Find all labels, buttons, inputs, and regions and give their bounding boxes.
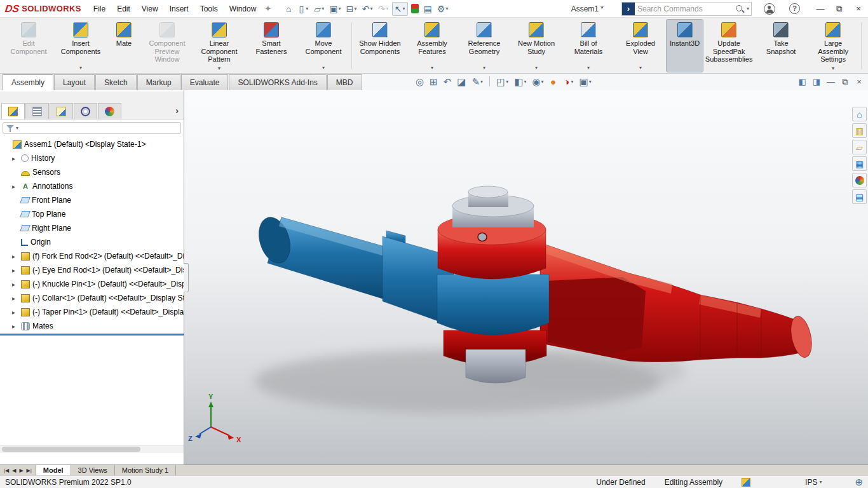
tab-nav-arrow-icon[interactable]: ▶| [27, 468, 32, 473]
task-pane-tab[interactable]: ▱ [852, 140, 867, 154]
ribbon-tab[interactable]: Markup [137, 74, 180, 90]
tree-item[interactable]: ▸ Sensors [0, 165, 184, 179]
ribbon-button[interactable]: Smart Fasteners ▾ [245, 20, 297, 72]
ribbon-button[interactable]: Assembly Features ▾ [406, 20, 458, 72]
ribbon-button[interactable]: Move Component ▾ [297, 20, 349, 72]
quick-toolbar-button[interactable]: ▯ ▾ [295, 3, 310, 15]
panel-collapse-arrow-icon[interactable]: › [175, 105, 179, 116]
panel-tab[interactable] [25, 103, 49, 119]
task-pane-tab[interactable]: ⌂ [852, 107, 867, 121]
model-blue-collar[interactable] [437, 274, 549, 335]
model-red-eye-rod[interactable] [540, 243, 815, 362]
quick-toolbar-button[interactable]: ⊟ ▾ [344, 3, 359, 15]
titlebar-icon-button[interactable] [762, 2, 777, 16]
tab-nav-arrow-icon[interactable]: |◀ [4, 468, 9, 473]
task-pane-tab[interactable]: ▥ [852, 123, 867, 138]
expand-arrow-icon[interactable]: ▸ [12, 323, 18, 330]
tree-horizontal-scrollbar[interactable] [0, 445, 184, 453]
headsup-button[interactable]: ↶ ▾ [442, 76, 453, 87]
quick-toolbar-button[interactable]: ▱ ▾ [311, 3, 326, 15]
tree-item[interactable]: ▸ Annotations [0, 179, 184, 193]
tree-item[interactable]: ▸ Front Plane [0, 193, 184, 207]
viewport-window-button[interactable]: ◨ [813, 76, 820, 86]
model-canvas[interactable]: Y X Z [184, 90, 868, 464]
window-control-button[interactable]: — [811, 1, 830, 17]
expand-arrow-icon[interactable]: ▸ [12, 281, 18, 288]
dropdown-caret-icon[interactable]: ▾ [431, 65, 433, 71]
dropdown-caret-icon[interactable]: ▾ [524, 79, 526, 85]
tree-item[interactable]: ▸ Mates [0, 319, 184, 333]
panel-tab[interactable] [74, 103, 97, 119]
tree-item[interactable]: ▸ (-) Collar<1> (Default) <<Default>_Dis… [0, 291, 184, 305]
dropdown-caret-icon[interactable]: ▾ [339, 6, 341, 11]
quick-toolbar-button[interactable]: ⚙ ▾ [435, 3, 451, 15]
titlebar-icon-button[interactable]: ? [787, 2, 802, 15]
menu-item[interactable]: Edit [111, 1, 136, 17]
tab-nav-arrow-icon[interactable]: ▶ [19, 468, 23, 473]
expand-arrow-icon[interactable]: ▸ [12, 253, 18, 260]
rollback-bar[interactable] [0, 334, 184, 336]
task-pane-tab[interactable]: ▤ [852, 189, 867, 204]
headsup-button[interactable]: ⊞ ▾ [428, 76, 439, 87]
tab-nav-arrow-icon[interactable]: ◀ [12, 468, 16, 473]
model-knuckle-pin-top[interactable] [452, 186, 534, 227]
model-blue-fork-rod[interactable] [254, 214, 454, 327]
ribbon-button[interactable]: Component Preview Window ▾ [141, 20, 193, 72]
ribbon-button[interactable]: Large Assembly Settings ▾ [807, 20, 859, 72]
panel-splitter-handle[interactable] [184, 263, 189, 292]
dropdown-caret-icon[interactable]: ▾ [322, 65, 325, 71]
viewport-window-button[interactable]: ◧ [798, 76, 806, 86]
ribbon-button[interactable]: Exploded View ▾ [614, 20, 667, 72]
task-pane-tab[interactable] [852, 173, 867, 187]
performance-icon[interactable] [742, 478, 750, 487]
panel-tab[interactable] [1, 103, 25, 119]
dropdown-caret-icon[interactable]: ▾ [639, 65, 642, 71]
viewport-window-button[interactable]: — [827, 76, 835, 86]
headsup-button[interactable]: ◪ ▾ [456, 76, 467, 87]
ribbon-tab[interactable]: Sketch [95, 74, 137, 90]
menu-item[interactable]: Insert [164, 1, 194, 17]
dropdown-caret-icon[interactable]: ▾ [589, 79, 592, 85]
headsup-button[interactable]: ◉ ▾ [531, 76, 545, 87]
search-dropdown-caret-icon[interactable]: ▾ [747, 6, 749, 11]
headsup-button[interactable]: ▾ [489, 76, 490, 86]
menu-item[interactable]: Tools [194, 1, 224, 17]
headsup-button[interactable]: ◎ ▾ [414, 76, 425, 87]
ribbon-button[interactable]: Instant3D ▾ [667, 20, 703, 72]
pin-icon[interactable]: ✦ [264, 4, 271, 13]
menu-item[interactable]: File [88, 1, 111, 17]
headsup-button[interactable]: ● ▾ [548, 76, 559, 87]
scrollbar-thumb[interactable] [2, 447, 140, 452]
search-input[interactable] [637, 4, 734, 13]
dropdown-caret-icon[interactable]: ▾ [370, 6, 373, 11]
menu-item[interactable]: Window [224, 1, 262, 17]
dropdown-caret-icon[interactable]: ▾ [483, 65, 485, 71]
expand-arrow-icon[interactable]: ▸ [12, 155, 18, 162]
ribbon-tab[interactable]: SOLIDWORKS Add-Ins [229, 74, 326, 90]
menu-item[interactable]: View [136, 1, 164, 17]
window-control-button[interactable]: × [849, 1, 868, 17]
ribbon-button[interactable]: Edit Component ▾ [3, 20, 55, 72]
document-view-tab[interactable]: Model [36, 465, 71, 475]
ribbon-button[interactable]: Reference Geometry ▾ [458, 20, 510, 72]
ribbon-button[interactable]: Update SpeedPak Subassemblies ▾ [703, 20, 755, 72]
document-view-tab[interactable]: 3D Views [71, 465, 115, 475]
dropdown-caret-icon[interactable]: ▾ [386, 6, 389, 11]
headsup-button[interactable]: ◑ ▾ [562, 76, 575, 87]
model-knuckle-pin-bottom[interactable] [466, 349, 526, 383]
expand-arrow-icon[interactable]: ▸ [12, 267, 18, 274]
graphics-viewport[interactable]: Y X Z ⌂▥▱▦▤ [184, 90, 868, 464]
tree-item[interactable]: ▸ Top Plane [0, 207, 184, 221]
tree-item[interactable]: ▸ Right Plane [0, 221, 184, 235]
headsup-button[interactable]: ▣ ▾ [578, 76, 593, 87]
quick-toolbar-button[interactable]: ▾ [409, 3, 421, 15]
search-commands-box[interactable]: › ▾ [621, 2, 752, 16]
document-view-tab[interactable]: Motion Study 1 [115, 465, 176, 475]
expand-arrow-icon[interactable]: ▸ [12, 183, 18, 190]
ribbon-tab[interactable]: Layout [54, 74, 95, 90]
dropdown-caret-icon[interactable]: ▾ [445, 6, 448, 11]
panel-tab[interactable] [50, 103, 73, 119]
tree-item[interactable]: ▸ Origin [0, 235, 184, 249]
ribbon-button[interactable]: Bill of Materials ▾ [562, 20, 614, 72]
ribbon-button[interactable]: New Motion Study ▾ [510, 20, 562, 72]
